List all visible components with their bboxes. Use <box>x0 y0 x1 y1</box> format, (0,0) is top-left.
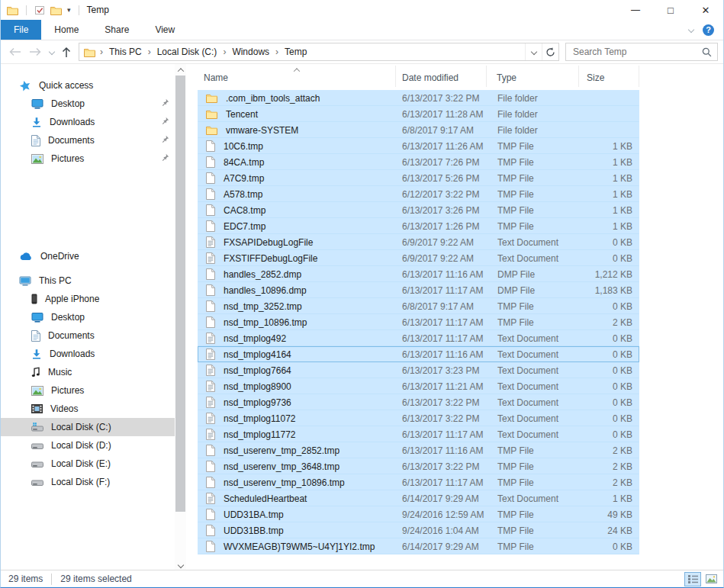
file-row[interactable]: 10C6.tmp6/13/2017 11:26 AMTMP File1 KB <box>198 138 639 154</box>
file-row[interactable]: WVXMEAGB)T9WM5~U4Y]1YI2.tmp6/14/2017 9:2… <box>198 538 639 554</box>
sidebar-item-downloads[interactable]: Downloads <box>1 113 175 131</box>
sidebar-item-downloads[interactable]: Downloads <box>1 345 175 363</box>
ribbon-tab-home[interactable]: Home <box>41 20 92 40</box>
new-folder-qat-icon[interactable] <box>50 5 62 15</box>
file-row[interactable]: handles_10896.dmp6/13/2017 11:17 AMDMP F… <box>198 282 639 298</box>
sidebar-item-desktop[interactable]: Desktop <box>1 308 175 326</box>
file-row[interactable]: .com_ibm_tools_attach6/13/2017 3:22 PMFi… <box>198 90 639 106</box>
file-row[interactable]: nsd_userenv_tmp_10896.tmp6/13/2017 11:17… <box>198 474 639 490</box>
file-row[interactable]: nsd_tmplog41646/13/2017 11:16 AMText Doc… <box>198 346 639 362</box>
sidebar-item-quick-access[interactable]: Quick access <box>1 76 175 95</box>
file-name: handles_2852.dmp <box>224 269 301 280</box>
file-row[interactable]: nsd_tmplog97366/13/2017 3:22 PMText Docu… <box>198 394 639 410</box>
file-row[interactable]: EDC7.tmp6/13/2017 1:26 PMTMP File1 KB <box>198 218 639 234</box>
back-button[interactable] <box>5 43 24 61</box>
file-row[interactable]: ScheduledHeartbeat6/14/2017 9:29 AMText … <box>198 490 639 506</box>
column-header-name[interactable]: Name <box>198 66 396 87</box>
pin-icon[interactable] <box>161 117 169 127</box>
file-row[interactable]: nsd_tmplog110726/13/2017 3:22 PMText Doc… <box>198 410 639 426</box>
sidebar-item-local-disk-e[interactable]: Local Disk (E:) <box>1 455 175 473</box>
sidebar-item-local-disk-d[interactable]: Local Disk (D:) <box>1 436 175 455</box>
file-row[interactable]: nsd_tmplog89006/13/2017 11:21 AMText Doc… <box>198 378 639 394</box>
file-row[interactable]: nsd_userenv_tmp_2852.tmp6/13/2017 11:16 … <box>198 442 639 458</box>
file-row[interactable]: nsd_tmplog4926/13/2017 11:17 AMText Docu… <box>198 330 639 346</box>
pin-icon[interactable] <box>161 98 169 109</box>
breadcrumb-item-local-disk-c[interactable]: Local Disk (C:) <box>152 47 223 57</box>
ribbon-collapse-chevron-icon[interactable] <box>688 27 694 33</box>
search-input[interactable] <box>566 47 697 57</box>
sidebar-item-onedrive[interactable]: OneDrive <box>1 247 175 265</box>
close-button[interactable]: ✕ <box>688 0 723 20</box>
qat-customize-chevron-icon[interactable]: ▾ <box>67 7 71 14</box>
file-row[interactable]: nsd_tmp_3252.tmp6/8/2017 9:17 AMTMP File… <box>198 298 639 314</box>
minimize-button[interactable]: — <box>618 0 653 20</box>
properties-qat-icon[interactable] <box>34 5 45 15</box>
sidebar-item-videos[interactable]: Videos <box>1 400 175 418</box>
file-row[interactable]: UDD31BB.tmp9/24/2016 1:04 AMTMP File24 K… <box>198 522 639 538</box>
recent-locations-chevron-icon[interactable] <box>47 43 57 61</box>
sidebar-item-documents[interactable]: Documents <box>1 326 175 345</box>
column-header-label: Name <box>204 72 228 83</box>
pin-icon[interactable] <box>161 135 169 146</box>
file-row[interactable]: nsd_tmplog76646/13/2017 3:23 PMText Docu… <box>198 362 639 378</box>
scrollbar-thumb[interactable] <box>175 76 185 512</box>
date-modified-cell: 6/14/2017 9:29 AM <box>397 493 487 504</box>
pin-icon[interactable] <box>161 153 169 164</box>
text-document-icon <box>206 397 215 408</box>
column-header-type[interactable]: Type <box>487 66 579 87</box>
sidebar-item-documents[interactable]: Documents <box>1 131 175 149</box>
size-cell: 0 KB <box>580 541 639 552</box>
size-cell: 2 KB <box>580 445 639 456</box>
sidebar-scrollbar[interactable] <box>175 64 186 570</box>
file-name-cell: nsd_tmplog492 <box>198 333 397 344</box>
forward-button[interactable] <box>26 43 45 61</box>
file-row[interactable]: A578.tmp6/12/2017 3:22 PMTMP File1 KB <box>198 186 639 202</box>
column-headers: NameDate modifiedTypeSize <box>198 66 723 87</box>
file-row[interactable]: CAC8.tmp6/13/2017 3:26 PMTMP File1 KB <box>198 202 639 218</box>
file-row[interactable]: vmware-SYSTEM6/8/2017 9:17 AMFile folder <box>198 122 639 138</box>
scroll-up-icon[interactable] <box>175 64 186 76</box>
address-dropdown-chevron-icon[interactable] <box>525 43 542 60</box>
size-cell: 2 KB <box>580 461 639 472</box>
sidebar-item-desktop[interactable]: Desktop <box>1 95 175 113</box>
file-row[interactable]: UDD31BA.tmp9/24/2016 12:59 AMTMP File49 … <box>198 506 639 522</box>
refresh-icon[interactable] <box>542 43 558 60</box>
file-row[interactable]: A7C9.tmp6/13/2017 5:26 PMTMP File1 KB <box>198 170 639 186</box>
ribbon-tab-file[interactable]: File <box>1 20 41 40</box>
ribbon-tab-share[interactable]: Share <box>92 20 142 40</box>
breadcrumb-item-windows[interactable]: Windows <box>227 47 275 57</box>
file-row[interactable]: handles_2852.dmp6/13/2017 11:16 AMDMP Fi… <box>198 266 639 282</box>
sidebar-item-music[interactable]: Music <box>1 363 175 381</box>
file-row[interactable]: nsd_tmp_10896.tmp6/13/2017 11:17 AMTMP F… <box>198 314 639 330</box>
scroll-down-icon[interactable] <box>175 559 186 570</box>
file-row[interactable]: nsd_userenv_tmp_3648.tmp6/13/2017 3:22 P… <box>198 458 639 474</box>
breadcrumb-item-temp[interactable]: Temp <box>279 47 312 57</box>
sidebar-item-this-pc[interactable]: This PC <box>1 272 175 290</box>
onedrive-icon <box>19 252 33 261</box>
file-row[interactable]: Tencent6/13/2017 11:28 AMFile folder <box>198 106 639 122</box>
file-row[interactable]: FXSAPIDebugLogFile6/9/2017 9:22 AMText D… <box>198 234 639 250</box>
search-icon[interactable] <box>697 47 717 57</box>
file-row[interactable]: FXSTIFFDebugLogFile6/9/2017 9:22 AMText … <box>198 250 639 266</box>
help-icon[interactable]: ? <box>703 24 714 36</box>
sidebar-item-local-disk-f[interactable]: Local Disk (F:) <box>1 473 175 491</box>
maximize-button[interactable]: □ <box>653 0 688 20</box>
date-modified-cell: 6/13/2017 3:22 PM <box>397 461 487 472</box>
file-name-cell: nsd_tmplog8900 <box>198 381 397 392</box>
breadcrumb-item-this-pc[interactable]: This PC <box>104 47 147 57</box>
sidebar-item-local-disk-c[interactable]: Local Disk (C:) <box>1 418 175 436</box>
file-name-cell: Tencent <box>198 109 397 120</box>
address-bar[interactable]: › This PC›Local Disk (C:)›Windows›Temp <box>79 43 559 61</box>
column-header-size[interactable]: Size <box>579 66 639 87</box>
sidebar-item-apple-iphone[interactable]: Apple iPhone <box>1 290 175 308</box>
large-icons-view-button[interactable] <box>703 572 719 586</box>
details-view-button[interactable] <box>684 572 701 586</box>
up-button[interactable] <box>59 43 74 61</box>
type-cell: TMP File <box>487 525 580 536</box>
ribbon-tab-view[interactable]: View <box>142 20 188 40</box>
file-row[interactable]: nsd_tmplog117726/13/2017 11:17 AMText Do… <box>198 426 639 442</box>
column-header-date-modified[interactable]: Date modified <box>396 66 487 87</box>
sidebar-item-pictures[interactable]: Pictures <box>1 381 175 400</box>
file-row[interactable]: 84CA.tmp6/13/2017 7:26 PMTMP File1 KB <box>198 154 639 170</box>
sidebar-item-pictures[interactable]: Pictures <box>1 149 175 168</box>
